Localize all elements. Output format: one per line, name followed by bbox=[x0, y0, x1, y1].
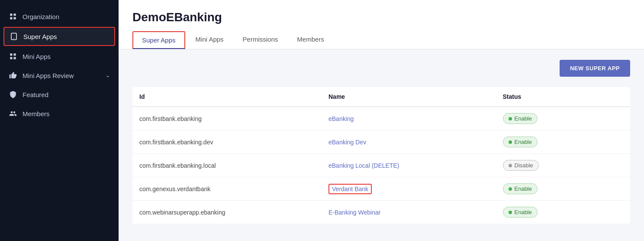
cell-status: Enable bbox=[496, 201, 631, 224]
app-name-link[interactable]: eBanking Dev bbox=[328, 139, 366, 146]
new-super-app-button[interactable]: NEW SUPER APP bbox=[560, 60, 630, 77]
svg-rect-1 bbox=[14, 13, 16, 16]
cell-name[interactable]: eBanking Dev bbox=[322, 130, 496, 154]
svg-rect-6 bbox=[10, 53, 12, 55]
sidebar-item-super-apps-label: Super Apps bbox=[23, 33, 109, 40]
cell-name[interactable]: eBanking bbox=[322, 107, 496, 130]
sidebar: Organization Super Apps Mini Apps Mini A… bbox=[0, 0, 119, 241]
sidebar-item-mini-apps-label: Mini Apps bbox=[23, 53, 110, 60]
app-name-link[interactable]: E-Banking Webinar bbox=[328, 209, 380, 216]
svg-rect-7 bbox=[14, 53, 16, 55]
cell-name[interactable]: eBanking Local (DELETE) bbox=[322, 154, 496, 177]
svg-rect-0 bbox=[10, 13, 12, 16]
chevron-down-icon: ⌄ bbox=[106, 72, 110, 78]
svg-rect-2 bbox=[10, 17, 12, 20]
tab-mini-apps[interactable]: Mini Apps bbox=[187, 31, 232, 49]
table-row: com.firstbank.ebanking eBanking Enable bbox=[132, 107, 630, 130]
table-row: com.genexus.verdantbank Verdant Bank Ena… bbox=[132, 177, 630, 201]
app-name-link[interactable]: eBanking bbox=[328, 115, 354, 122]
main-header: DemoEBanking Super Apps Mini Apps Permis… bbox=[119, 0, 644, 49]
cell-id: com.firstbank.ebanking bbox=[132, 107, 322, 130]
column-header-name: Name bbox=[322, 87, 496, 107]
svg-point-5 bbox=[13, 38, 14, 39]
status-badge: Enable bbox=[503, 137, 538, 147]
cell-status: Enable bbox=[496, 107, 631, 130]
cell-status: Enable bbox=[496, 130, 631, 154]
status-dot-icon bbox=[509, 187, 512, 191]
sidebar-item-mini-apps[interactable]: Mini Apps bbox=[0, 47, 119, 66]
sidebar-item-featured[interactable]: Featured bbox=[0, 85, 119, 104]
sidebar-item-members-label: Members bbox=[23, 110, 110, 117]
sidebar-item-mini-apps-review[interactable]: Mini Apps Review ⌄ bbox=[0, 66, 119, 85]
sidebar-item-organization[interactable]: Organization bbox=[0, 7, 119, 26]
shield-icon bbox=[9, 90, 17, 99]
people-icon bbox=[9, 109, 17, 118]
cell-name[interactable]: Verdant Bank bbox=[322, 177, 496, 201]
tab-members[interactable]: Members bbox=[288, 31, 333, 49]
tabs-bar: Super Apps Mini Apps Permissions Members bbox=[132, 31, 630, 49]
cell-id: com.firstbank.ebanking.dev bbox=[132, 130, 322, 154]
sidebar-item-members[interactable]: Members bbox=[0, 104, 119, 123]
cell-id: com.firstbank.ebanking.local bbox=[132, 154, 322, 177]
svg-rect-8 bbox=[10, 57, 12, 59]
svg-rect-3 bbox=[14, 17, 16, 20]
sidebar-item-super-apps[interactable]: Super Apps bbox=[3, 27, 115, 46]
table-row: com.firstbank.ebanking.dev eBanking Dev … bbox=[132, 130, 630, 154]
sidebar-item-mini-apps-review-label: Mini Apps Review bbox=[23, 72, 100, 79]
cell-status: Disable bbox=[496, 154, 631, 177]
page-title: DemoEBanking bbox=[132, 10, 630, 24]
table-row: com.webinarsuperapp.ebanking E-Banking W… bbox=[132, 201, 630, 224]
status-badge: Enable bbox=[503, 207, 538, 218]
cell-id: com.webinarsuperapp.ebanking bbox=[132, 201, 322, 224]
column-header-id: Id bbox=[132, 87, 322, 107]
grid2-icon bbox=[9, 52, 17, 61]
status-badge: Enable bbox=[503, 183, 538, 194]
cell-status: Enable bbox=[496, 177, 631, 201]
tab-permissions[interactable]: Permissions bbox=[234, 31, 287, 49]
column-header-status: Status bbox=[496, 87, 631, 107]
app-name-link[interactable]: eBanking Local (DELETE) bbox=[328, 162, 399, 169]
status-badge: Enable bbox=[503, 113, 538, 124]
thumb-up-icon bbox=[9, 71, 17, 80]
sidebar-item-organization-label: Organization bbox=[23, 13, 110, 20]
status-dot-icon bbox=[509, 211, 512, 214]
super-apps-table: Id Name Status com.firstbank.ebanking eB… bbox=[132, 87, 630, 224]
status-dot-icon bbox=[509, 117, 512, 120]
main-content: DemoEBanking Super Apps Mini Apps Permis… bbox=[119, 0, 644, 241]
table-row: com.firstbank.ebanking.local eBanking Lo… bbox=[132, 154, 630, 177]
cell-id: com.genexus.verdantbank bbox=[132, 177, 322, 201]
status-dot-icon bbox=[509, 164, 512, 167]
svg-rect-9 bbox=[14, 57, 16, 59]
toolbar: NEW SUPER APP bbox=[132, 60, 630, 77]
app-name-link[interactable]: Verdant Bank bbox=[328, 184, 372, 194]
content-area: NEW SUPER APP Id Name Status com.firstba… bbox=[119, 49, 644, 241]
grid-icon bbox=[9, 12, 17, 21]
cell-name[interactable]: E-Banking Webinar bbox=[322, 201, 496, 224]
tablet-icon bbox=[10, 32, 18, 41]
sidebar-item-featured-label: Featured bbox=[23, 91, 110, 98]
status-badge: Disable bbox=[503, 160, 539, 171]
status-dot-icon bbox=[509, 140, 512, 144]
tab-super-apps[interactable]: Super Apps bbox=[132, 31, 185, 49]
